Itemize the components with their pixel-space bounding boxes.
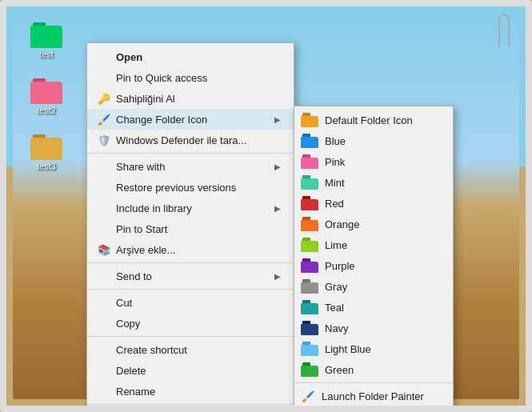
menu-text-restore-versions: Restore previous versions — [116, 182, 281, 194]
rename-icon — [97, 384, 111, 398]
menu-item-share-with[interactable]: Share with ▶ — [87, 156, 294, 177]
submenu-item-launch[interactable]: 🖌️ Launch Folder Painter — [294, 386, 453, 406]
menu-text-include-library: Include in library — [116, 202, 268, 214]
icon-label-test: test — [39, 50, 54, 59]
submenu-text-default: Default Folder Icon — [325, 114, 413, 126]
menu-item-archive[interactable]: 📚 Arşive ekle... — [87, 239, 294, 260]
menu-item-include-library[interactable]: Include in library ▶ — [87, 198, 294, 218]
shortcut-icon — [97, 342, 111, 357]
separator-2 — [87, 262, 294, 263]
key-icon: 🔑 — [97, 91, 111, 106]
submenu-item-light-blue[interactable]: Light Blue — [294, 338, 453, 359]
menu-text-archive: Arşive ekle... — [116, 244, 281, 256]
submenu-text-red: Red — [325, 198, 344, 210]
submenu-text-mint: Mint — [325, 177, 345, 189]
menu-item-rename[interactable]: Rename — [87, 381, 294, 402]
submenu-item-default[interactable]: Default Folder Icon — [294, 110, 453, 130]
shield-icon: 🛡️ — [97, 133, 111, 147]
submenu-item-purple[interactable]: Purple — [294, 255, 453, 276]
submenu-item-blue[interactable]: Blue — [294, 130, 453, 151]
submenu-text-navy: Navy — [325, 322, 349, 334]
icon-label-test2: test2 — [37, 106, 56, 115]
menu-text-share-with: Share with — [116, 161, 268, 173]
menu-text-copy: Copy — [116, 318, 281, 330]
submenu-arrow-send: ▶ — [274, 272, 281, 281]
menu-text-pin-quick: Pin to Quick access — [116, 72, 281, 84]
menu-text-delete: Delete — [116, 365, 281, 377]
submenu-item-red[interactable]: Red — [294, 193, 453, 214]
submenu-text-blue: Blue — [325, 135, 346, 147]
menu-item-cut[interactable]: Cut — [87, 292, 294, 313]
screenshot-frame: test test2 test3 Open Pin to Quick acces… — [0, 0, 532, 412]
library-icon — [97, 201, 111, 215]
folder-color-submenu: Default Folder Icon Blue Pink — [294, 106, 454, 410]
archive-icon: 📚 — [97, 242, 111, 257]
submenu-separator — [294, 382, 453, 383]
menu-text-cut: Cut — [116, 297, 281, 309]
desktop-icon-test3[interactable]: test3 — [22, 134, 70, 171]
menu-item-win-defender[interactable]: 🛡️ Windows Defender ile tara... — [87, 130, 294, 150]
submenu-item-pink[interactable]: Pink — [294, 151, 453, 172]
separator-4 — [87, 336, 294, 337]
delete-icon — [97, 363, 111, 378]
submenu-text-teal: Teal — [325, 302, 344, 314]
cut-icon — [97, 295, 111, 310]
submenu-item-navy[interactable]: Navy — [294, 318, 453, 338]
menu-item-restore-versions[interactable]: Restore previous versions — [87, 177, 294, 198]
copy-icon — [97, 316, 111, 330]
menu-text-pin-start: Pin to Start — [116, 223, 281, 235]
launch-paint-icon: 🖌️ — [301, 389, 315, 403]
submenu-arrow-share: ▶ — [274, 162, 281, 171]
separator-5 — [87, 404, 294, 405]
menu-item-pin-quick[interactable]: Pin to Quick access — [87, 67, 294, 88]
menu-item-change-folder-icon[interactable]: 🖌️ Change Folder Icon ▶ Default Folder I… — [87, 109, 294, 130]
restore-icon — [97, 180, 111, 194]
menu-text-change-folder-icon: Change Folder Icon — [116, 114, 268, 126]
context-menu: Open Pin to Quick access 🔑 Sahipliğini A… — [86, 42, 294, 412]
menu-text-ownership: Sahipliğini Al — [116, 93, 281, 105]
submenu-item-mint[interactable]: Mint — [294, 172, 453, 193]
submenu-text-lime: Lime — [325, 239, 347, 251]
icon-label-test3: test3 — [37, 162, 56, 171]
desktop-icon-test[interactable]: test — [22, 22, 70, 59]
submenu-text-green: Green — [325, 364, 354, 376]
menu-text-send-to: Send to — [116, 270, 268, 282]
submenu-item-green[interactable]: Green — [294, 359, 453, 380]
submenu-item-teal[interactable]: Teal — [294, 297, 453, 318]
menu-item-create-shortcut[interactable]: Create shortcut — [87, 339, 294, 360]
menu-text-win-defender: Windows Defender ile tara... — [116, 134, 281, 146]
separator-3 — [87, 289, 294, 290]
submenu-text-orange: Orange — [325, 218, 359, 230]
pin-quick-icon — [97, 70, 111, 85]
menu-text-create-shortcut: Create shortcut — [116, 344, 281, 356]
menu-text-open: Open — [116, 51, 281, 63]
desktop-icon-test2[interactable]: test2 — [22, 78, 70, 115]
send-icon — [97, 269, 111, 283]
pin-start-icon — [97, 222, 111, 236]
menu-item-open[interactable]: Open — [87, 46, 294, 67]
submenu-text-launch: Launch Folder Painter — [322, 390, 424, 402]
menu-item-properties[interactable]: Properties — [87, 407, 294, 412]
open-icon — [97, 50, 111, 64]
menu-text-rename: Rename — [116, 386, 281, 398]
submenu-arrow-change-folder: ▶ — [274, 115, 281, 124]
submenu-text-gray: Gray — [325, 281, 347, 293]
submenu-item-gray[interactable]: Gray — [294, 276, 453, 297]
submenu-text-pink: Pink — [325, 156, 345, 168]
menu-item-pin-start[interactable]: Pin to Start — [87, 218, 294, 239]
submenu-item-lime[interactable]: Lime — [294, 234, 453, 255]
paperclip-decoration — [498, 14, 510, 46]
submenu-text-purple: Purple — [325, 260, 355, 272]
menu-item-copy[interactable]: Copy — [87, 313, 294, 334]
submenu-item-orange[interactable]: Orange — [294, 214, 453, 234]
desktop-icons-container: test test2 test3 — [22, 22, 70, 171]
submenu-arrow-library: ▶ — [274, 204, 281, 213]
menu-item-ownership[interactable]: 🔑 Sahipliğini Al — [87, 88, 294, 109]
submenu-text-light-blue: Light Blue — [325, 343, 371, 355]
share-icon — [97, 159, 111, 174]
menu-item-delete[interactable]: Delete — [87, 360, 294, 381]
separator-1 — [87, 153, 294, 154]
menu-item-send-to[interactable]: Send to ▶ — [87, 266, 294, 286]
paint-icon: 🖌️ — [97, 112, 111, 126]
